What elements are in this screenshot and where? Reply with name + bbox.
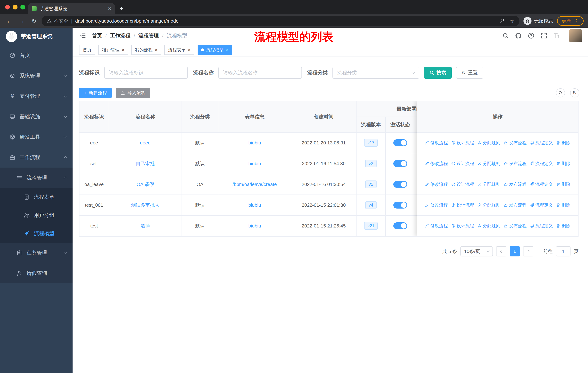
process-name-link[interactable]: 测试多审批人 <box>131 202 159 208</box>
github-icon[interactable] <box>515 32 522 39</box>
reload-button[interactable]: ↻ <box>29 16 39 26</box>
sidebar-item[interactable]: 流程模型 <box>0 224 73 242</box>
process-id-input[interactable] <box>104 67 188 79</box>
fullscreen-icon[interactable] <box>541 32 547 39</box>
forward-button[interactable]: → <box>17 16 27 26</box>
sidebar-item[interactable]: 请假查询 <box>0 263 73 283</box>
action-design[interactable]: 设计流程 <box>451 140 474 146</box>
bookmark-star-icon[interactable]: ☆ <box>509 18 514 24</box>
active-toggle[interactable] <box>393 222 407 229</box>
action-assign[interactable]: 分配规则 <box>477 181 500 187</box>
sidebar-item[interactable]: 首页 <box>0 45 73 66</box>
action-design[interactable]: 设计流程 <box>451 223 474 229</box>
action-assign[interactable]: 分配规则 <box>477 223 500 229</box>
action-edit[interactable]: 修改流程 <box>425 140 448 146</box>
active-toggle[interactable] <box>393 139 407 146</box>
action-delete[interactable]: 删除 <box>556 140 570 146</box>
close-icon[interactable]: × <box>188 48 190 52</box>
action-design[interactable]: 设计流程 <box>451 181 474 187</box>
process-name-link[interactable]: eeee <box>140 140 151 146</box>
reset-button[interactable]: ↻ 重置 <box>456 67 483 79</box>
action-design[interactable]: 设计流程 <box>451 161 474 166</box>
breadcrumb-item[interactable]: 流程管理 <box>138 32 159 39</box>
process-name-link[interactable]: 滔博 <box>141 223 150 229</box>
sidebar-item[interactable]: 基础设施 <box>0 106 73 127</box>
zoom-window-button[interactable] <box>21 5 25 10</box>
sidebar-item[interactable]: 流程表单 <box>0 188 73 206</box>
action-design[interactable]: 设计流程 <box>451 202 474 208</box>
process-name-link[interactable]: OA 请假 <box>136 181 154 188</box>
back-button[interactable]: ← <box>4 16 14 26</box>
action-definition[interactable]: 流程定义 <box>530 161 553 166</box>
font-size-icon[interactable] <box>553 32 560 39</box>
form-link[interactable]: biubiu <box>248 161 261 166</box>
user-avatar[interactable] <box>569 29 582 42</box>
action-definition[interactable]: 流程定义 <box>530 140 553 146</box>
tag-item[interactable]: 流程表单× <box>164 45 194 55</box>
sidebar-item[interactable]: 流程管理 <box>0 168 73 188</box>
action-publish[interactable]: 发布流程 <box>504 202 526 208</box>
browser-tab[interactable]: 芋道管理系统 × <box>28 3 115 14</box>
action-publish[interactable]: 发布流程 <box>504 223 526 229</box>
process-name-link[interactable]: 自己审批 <box>136 161 155 167</box>
passwords-key-icon[interactable] <box>499 18 504 24</box>
tag-item[interactable]: 我的流程× <box>131 45 161 55</box>
action-assign[interactable]: 分配规则 <box>477 140 500 146</box>
action-edit[interactable]: 修改流程 <box>425 181 448 187</box>
form-link[interactable]: /bpm/oa/leave/create <box>232 181 277 187</box>
action-publish[interactable]: 发布流程 <box>504 181 526 187</box>
action-delete[interactable]: 删除 <box>556 161 570 166</box>
active-toggle[interactable] <box>393 181 407 188</box>
action-edit[interactable]: 修改流程 <box>425 223 448 229</box>
sidebar-item[interactable]: 系统管理 <box>0 66 73 86</box>
sidebar-item[interactable]: 工作流程 <box>0 147 73 168</box>
action-definition[interactable]: 流程定义 <box>530 181 553 187</box>
page-size-select[interactable]: 10条/页 <box>460 246 493 256</box>
search-button[interactable]: 搜索 <box>424 67 452 79</box>
tag-item[interactable]: 流程模型× <box>198 45 232 55</box>
prev-page-button[interactable] <box>496 246 506 256</box>
refresh-table-button[interactable]: ↻ <box>570 88 579 97</box>
action-delete[interactable]: 删除 <box>556 202 570 208</box>
import-process-button[interactable]: 导入流程 <box>116 88 150 98</box>
form-link[interactable]: biubiu <box>248 223 261 229</box>
action-edit[interactable]: 修改流程 <box>425 202 448 208</box>
form-link[interactable]: biubiu <box>248 140 261 146</box>
action-definition[interactable]: 流程定义 <box>530 202 553 208</box>
action-delete[interactable]: 删除 <box>556 181 570 187</box>
chrome-update-button[interactable]: 更新 ⋮ <box>557 16 584 26</box>
new-tab-button[interactable]: + <box>120 5 124 12</box>
sidebar-item[interactable]: 任务管理 <box>0 242 73 263</box>
action-assign[interactable]: 分配规则 <box>477 202 500 208</box>
action-publish[interactable]: 发布流程 <box>504 161 526 166</box>
action-delete[interactable]: 删除 <box>556 223 570 229</box>
breadcrumb-item[interactable]: 首页 <box>92 32 102 39</box>
form-link[interactable]: biubiu <box>248 202 261 208</box>
help-icon[interactable] <box>528 32 535 39</box>
sidebar-item[interactable]: 研发工具 <box>0 127 73 147</box>
collapse-sidebar-button[interactable] <box>79 32 86 39</box>
action-definition[interactable]: 流程定义 <box>530 223 553 229</box>
process-name-input[interactable] <box>218 67 302 79</box>
tab-close-icon[interactable]: × <box>108 5 111 12</box>
page-number-button[interactable]: 1 <box>510 246 520 256</box>
next-page-button[interactable] <box>523 246 533 256</box>
action-edit[interactable]: 修改流程 <box>425 161 448 166</box>
action-assign[interactable]: 分配规则 <box>477 161 500 166</box>
address-bar[interactable]: 不安全 | dashboard.yudao.iocoder.cn/bpm/man… <box>42 16 519 26</box>
goto-page-input[interactable] <box>556 246 570 256</box>
sidebar-item[interactable]: ¥支付管理 <box>0 86 73 106</box>
search-icon[interactable] <box>502 32 509 39</box>
toggle-search-button[interactable] <box>556 88 565 97</box>
close-icon[interactable]: × <box>122 48 125 52</box>
tag-item[interactable]: 首页 <box>79 45 95 55</box>
breadcrumb-item[interactable]: 工作流程 <box>110 32 130 39</box>
process-category-select[interactable]: 流程分类 <box>332 67 419 79</box>
sidebar-item[interactable]: 用户分组 <box>0 206 73 224</box>
tag-item[interactable]: 租户管理× <box>98 45 128 55</box>
close-window-button[interactable] <box>5 5 10 10</box>
close-icon[interactable]: × <box>226 48 229 52</box>
action-publish[interactable]: 发布流程 <box>504 140 526 146</box>
active-toggle[interactable] <box>393 202 407 209</box>
close-icon[interactable]: × <box>155 48 158 52</box>
